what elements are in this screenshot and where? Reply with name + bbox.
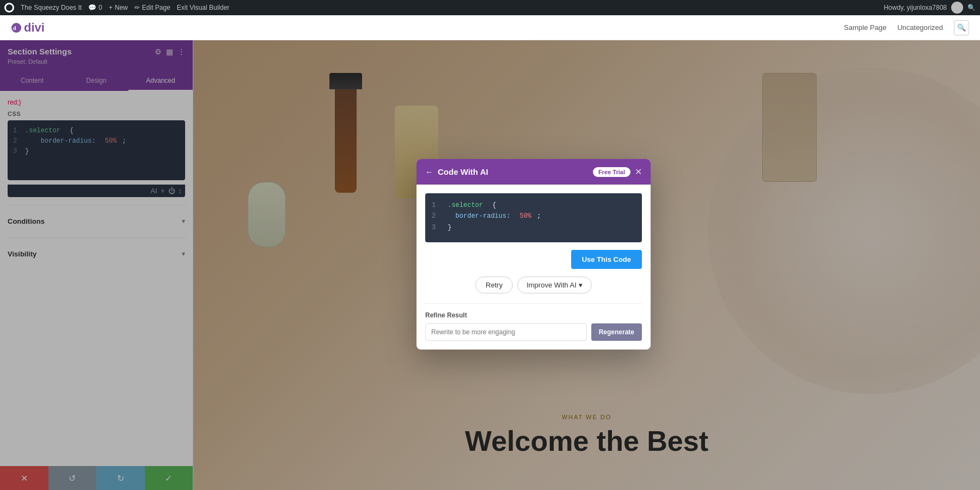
new-link[interactable]: + New xyxy=(109,4,128,11)
improve-chevron-icon: ▾ xyxy=(579,281,583,289)
nav-uncategorized[interactable]: Uncategorized xyxy=(897,23,943,32)
search-icon[interactable]: 🔍 xyxy=(967,4,976,11)
svg-text:d: d xyxy=(13,25,16,31)
divi-logo-icon: d xyxy=(11,22,22,33)
modal-overlay[interactable]: ← Code With AI Free Trial ✕ 1 .selector xyxy=(0,40,980,490)
ai-modal-header: ← Code With AI Free Trial ✕ xyxy=(416,159,651,185)
divi-logo: d divi xyxy=(11,21,45,35)
ai-modal: ← Code With AI Free Trial ✕ 1 .selector xyxy=(416,159,651,350)
modal-code-line-3: 3 } xyxy=(432,222,635,233)
retry-button[interactable]: Retry xyxy=(475,277,513,293)
content-area: Section Settings ⚙ ▦ ⋮ Preset: Default C… xyxy=(0,40,980,490)
regenerate-button[interactable]: Regenerate xyxy=(591,323,642,341)
admin-bar-right: Howdy, yijunloxa7808 🔍 xyxy=(884,2,976,14)
top-nav: d divi Sample Page Uncategorized 🔍 xyxy=(0,15,980,40)
use-code-row: Use This Code xyxy=(425,250,642,269)
refine-label: Refine Result xyxy=(425,311,642,319)
ai-modal-title: ← Code With AI xyxy=(425,167,488,176)
modal-close-button[interactable]: ✕ xyxy=(635,167,642,177)
page-wrapper: d divi Sample Page Uncategorized 🔍 Secti… xyxy=(0,15,980,490)
search-button[interactable]: 🔍 xyxy=(954,20,969,35)
code-preview: 1 .selector { 2 border-radius: 50% ; 3 xyxy=(425,193,642,242)
admin-bar: The Squeezy Does It 💬 0 + New ✏ Edit Pag… xyxy=(0,0,980,15)
nav-links: Sample Page Uncategorized xyxy=(844,23,943,32)
improve-with-ai-button[interactable]: Improve With AI ▾ xyxy=(517,277,592,293)
refine-input[interactable] xyxy=(425,323,587,341)
retry-improve-row: Retry Improve With AI ▾ xyxy=(425,277,642,293)
modal-code-line-2: 2 border-radius: 50% ; xyxy=(432,211,635,222)
exit-builder-link[interactable]: Exit Visual Builder xyxy=(177,4,230,11)
comments-link[interactable]: 💬 0 xyxy=(88,4,102,11)
admin-avatar xyxy=(951,2,963,14)
free-trial-badge[interactable]: Free Trial xyxy=(593,167,630,177)
site-name[interactable]: The Squeezy Does It xyxy=(21,4,82,11)
edit-page-link[interactable]: ✏ Edit Page xyxy=(134,4,170,11)
ai-modal-body: 1 .selector { 2 border-radius: 50% ; 3 xyxy=(416,185,651,350)
modal-code-line-1: 1 .selector { xyxy=(432,200,635,211)
use-this-code-button[interactable]: Use This Code xyxy=(571,250,642,269)
nav-sample-page[interactable]: Sample Page xyxy=(844,23,886,32)
refine-input-row: Regenerate xyxy=(425,323,642,341)
wp-logo[interactable] xyxy=(4,3,14,13)
back-icon[interactable]: ← xyxy=(425,167,433,176)
refine-section: Refine Result Regenerate xyxy=(425,303,642,341)
